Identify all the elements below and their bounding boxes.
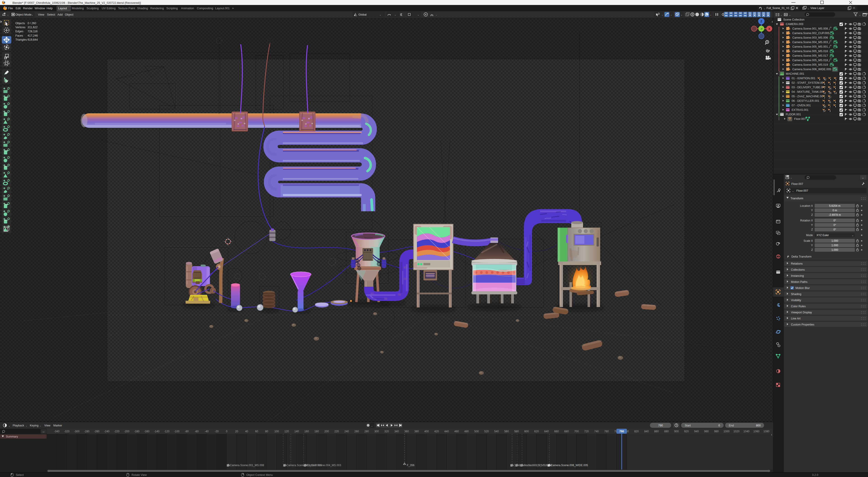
svg-text:Objects: Objects — [16, 22, 25, 25]
svg-text:-120: -120 — [164, 430, 169, 433]
svg-text:-320: -320 — [64, 430, 69, 433]
svg-text:1000: 1000 — [723, 430, 730, 433]
svg-text:File: File — [8, 6, 13, 10]
svg-text:Floor.007: Floor.007 — [792, 182, 803, 185]
svg-text:800: 800 — [756, 424, 761, 427]
svg-text:1.000: 1.000 — [831, 239, 838, 242]
svg-text:620: 620 — [534, 430, 539, 433]
svg-text:⌄: ⌄ — [417, 13, 420, 16]
svg-text:Z: Z — [761, 20, 762, 23]
svg-text:500: 500 — [474, 430, 479, 433]
svg-text:MACHINE.001: MACHINE.001 — [786, 72, 804, 75]
svg-text:Floor.007: Floor.007 — [796, 189, 808, 192]
svg-text:Y: Y — [811, 244, 813, 247]
svg-text:Layout.001: Layout.001 — [215, 6, 229, 10]
svg-text:340: 340 — [394, 430, 399, 433]
svg-text:Edit: Edit — [16, 6, 21, 10]
svg-text:06 - DESTYLLER.001: 06 - DESTYLLER.001 — [792, 99, 819, 102]
svg-text:‹: ‹ — [771, 433, 772, 436]
svg-text:Shading: Shading — [137, 6, 148, 10]
svg-text:Select: Select — [47, 13, 55, 16]
svg-text:04 - MIXTURE_TANK.001: 04 - MIXTURE_TANK.001 — [792, 90, 825, 94]
svg-text:1020: 1020 — [733, 430, 739, 433]
svg-text:⌄: ⌄ — [661, 13, 663, 16]
svg-text:Help: Help — [46, 6, 53, 10]
svg-text:Sculpting: Sculpting — [87, 6, 98, 10]
svg-text:Vertices: Vertices — [16, 26, 25, 29]
svg-text:Custom Properties: Custom Properties — [791, 323, 814, 326]
svg-text:-2.6978 m: -2.6978 m — [829, 213, 841, 216]
svg-text:⌄: ⌄ — [39, 424, 41, 427]
svg-text:580: 580 — [514, 430, 519, 433]
svg-text:37: 37 — [823, 110, 826, 112]
svg-text:F_356: F_356 — [407, 464, 414, 467]
svg-text:Camera.Scene.006_WIDE.005: Camera.Scene.006_WIDE.005 — [551, 464, 588, 467]
svg-text:-20: -20 — [215, 430, 219, 433]
svg-text:⌄: ⌄ — [670, 13, 672, 16]
svg-text:Marker: Marker — [53, 424, 62, 427]
svg-text:20: 20 — [235, 430, 239, 433]
svg-text:4: 4 — [824, 83, 825, 85]
svg-text:X: X — [768, 27, 770, 31]
svg-text:2: 2 — [824, 101, 825, 103]
svg-text:FLOOR.001: FLOOR.001 — [786, 113, 801, 116]
svg-text:600: 600 — [524, 430, 529, 433]
svg-text:Y: Y — [811, 224, 813, 227]
svg-text:720: 720 — [584, 430, 589, 433]
svg-text:400: 400 — [424, 430, 429, 433]
svg-text:Scale X: Scale X — [804, 239, 813, 242]
svg-text:-260: -260 — [94, 430, 99, 433]
svg-text:980: 980 — [714, 430, 719, 433]
svg-text:Z: Z — [811, 213, 813, 216]
svg-text:-40: -40 — [205, 430, 209, 433]
svg-text:240: 240 — [344, 430, 349, 433]
svg-text:XYZ Euler: XYZ Euler — [816, 234, 829, 237]
svg-text:Camera.Scene.002_CUP.005: Camera.Scene.002_CUP.005 — [792, 32, 829, 35]
svg-text:728,116: 728,116 — [28, 30, 37, 33]
svg-text:417,246: 417,246 — [28, 34, 38, 37]
svg-text:Window: Window — [35, 6, 45, 10]
svg-text:Delta Transform: Delta Transform — [792, 255, 811, 258]
svg-text:Location X: Location X — [800, 204, 813, 207]
svg-text:880: 880 — [664, 430, 669, 433]
svg-text:‹: ‹ — [772, 20, 773, 24]
svg-text:5: 5 — [835, 78, 837, 81]
svg-text:Object Mode: Object Mode — [16, 13, 31, 16]
svg-text:480: 480 — [464, 430, 469, 433]
svg-text:12: 12 — [823, 92, 826, 94]
svg-text:Full_Scene_01_V1: Full_Scene_01_V1 — [767, 6, 789, 10]
svg-text:EXTRAS.001: EXTRAS.001 — [792, 108, 808, 111]
svg-text:0°: 0° — [833, 219, 836, 222]
svg-text:Camera.Scene.005_MS.001: Camera.Scene.005_MS.001 — [792, 45, 828, 48]
svg-text:Camera.Scene.001_MS.008: Camera.Scene.001_MS.008 — [230, 464, 264, 467]
svg-text:Rotate View: Rotate View — [131, 473, 147, 477]
svg-text:Rotation X: Rotation X — [800, 219, 813, 222]
svg-text:Motion Paths: Motion Paths — [791, 280, 807, 283]
svg-text:920: 920 — [684, 430, 689, 433]
svg-text:Camera.Scene.005_MS.019: Camera.Scene.005_MS.019 — [792, 63, 828, 66]
svg-text:Camera.Scene.004_MS.003: Camera.Scene.004_MS.003 — [307, 464, 341, 467]
svg-text:-240: -240 — [104, 430, 110, 433]
svg-text:Color Rules: Color Rules — [791, 305, 806, 308]
svg-text:Rendering: Rendering — [150, 6, 164, 10]
svg-text:1080: 1080 — [763, 430, 770, 433]
svg-text:Camera.Scene.005_MS.018: Camera.Scene.005_MS.018 — [792, 59, 828, 62]
svg-text:2: 2 — [824, 96, 825, 99]
svg-text:360: 360 — [404, 430, 409, 433]
svg-text:0 m: 0 m — [833, 209, 837, 212]
svg-text:820: 820 — [634, 430, 639, 433]
svg-text:0°: 0° — [833, 228, 836, 231]
svg-text:42: 42 — [824, 78, 827, 81]
svg-text:Animation: Animation — [181, 6, 194, 10]
svg-text:Z: Z — [811, 248, 813, 251]
svg-text:-Y: -Y — [760, 28, 763, 30]
svg-text:29: 29 — [829, 92, 831, 94]
svg-text:260: 260 — [354, 430, 359, 433]
svg-text:-100: -100 — [174, 430, 180, 433]
svg-text:Camera.Scene.001_MS.008: Camera.Scene.001_MS.008 — [792, 27, 828, 30]
svg-text:11: 11 — [829, 101, 831, 103]
svg-text:-140: -140 — [154, 430, 159, 433]
svg-text:13: 13 — [834, 92, 837, 94]
svg-text:02 - START_SYSTEM.001: 02 - START_SYSTEM.001 — [792, 81, 825, 84]
svg-text:Camera.Scene.006_WIDE.005: Camera.Scene.006_WIDE.005 — [792, 68, 831, 71]
